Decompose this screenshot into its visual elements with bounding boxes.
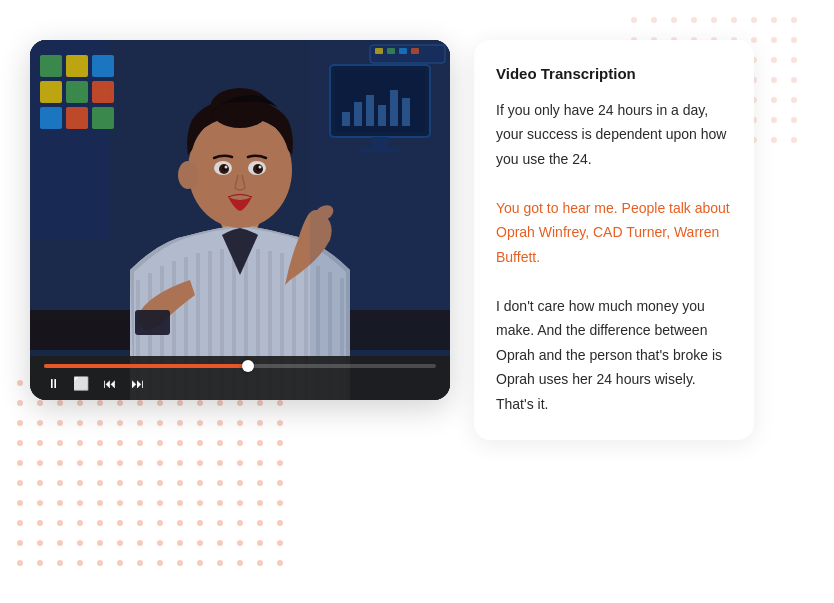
svg-point-97 <box>277 500 283 506</box>
transcription-text-1: If you only have 24 hours in a day, your… <box>496 98 732 172</box>
svg-point-88 <box>97 500 103 506</box>
svg-point-126 <box>17 560 23 566</box>
svg-point-86 <box>57 500 63 506</box>
progress-handle[interactable] <box>242 360 254 372</box>
pause-button[interactable]: ⏸ <box>44 374 62 392</box>
svg-point-87 <box>77 500 83 506</box>
svg-point-119 <box>157 540 163 546</box>
svg-point-96 <box>257 500 263 506</box>
svg-point-83 <box>277 480 283 486</box>
transcription-text-highlighted: You got to hear me. People talk about Op… <box>496 196 732 270</box>
svg-point-107 <box>197 520 203 526</box>
svg-point-72 <box>57 480 63 486</box>
transcription-text-2: I don't care how much money you make. An… <box>496 294 732 417</box>
svg-point-112 <box>17 540 23 546</box>
svg-point-101 <box>77 520 83 526</box>
progress-fill <box>44 364 248 368</box>
svg-point-131 <box>117 560 123 566</box>
transcription-body: If you only have 24 hours in a day, your… <box>496 98 732 417</box>
svg-point-121 <box>197 540 203 546</box>
svg-point-102 <box>97 520 103 526</box>
svg-point-130 <box>97 560 103 566</box>
svg-point-134 <box>177 560 183 566</box>
svg-point-71 <box>37 480 43 486</box>
video-controls-bar: ⏸ ⬜ ⏮ ⏭ <box>30 356 450 400</box>
svg-point-73 <box>77 480 83 486</box>
svg-point-106 <box>177 520 183 526</box>
svg-rect-265 <box>310 40 450 400</box>
svg-point-122 <box>217 540 223 546</box>
svg-point-109 <box>237 520 243 526</box>
svg-point-104 <box>137 520 143 526</box>
svg-point-90 <box>137 500 143 506</box>
svg-point-108 <box>217 520 223 526</box>
svg-point-70 <box>17 480 23 486</box>
svg-point-135 <box>197 560 203 566</box>
svg-point-111 <box>277 520 283 526</box>
main-container: ⏸ ⬜ ⏮ ⏭ Video Transcription If you only … <box>0 0 834 480</box>
svg-point-127 <box>37 560 43 566</box>
next-button[interactable]: ⏭ <box>128 374 146 392</box>
svg-point-99 <box>37 520 43 526</box>
svg-point-103 <box>117 520 123 526</box>
svg-point-124 <box>257 540 263 546</box>
svg-point-75 <box>117 480 123 486</box>
controls-row: ⏸ ⬜ ⏮ ⏭ <box>44 374 436 392</box>
svg-point-125 <box>277 540 283 546</box>
svg-point-91 <box>157 500 163 506</box>
svg-point-117 <box>117 540 123 546</box>
svg-point-82 <box>257 480 263 486</box>
svg-point-120 <box>177 540 183 546</box>
svg-point-77 <box>157 480 163 486</box>
svg-point-94 <box>217 500 223 506</box>
video-thumbnail <box>30 40 450 400</box>
svg-point-95 <box>237 500 243 506</box>
svg-point-128 <box>57 560 63 566</box>
svg-point-79 <box>197 480 203 486</box>
svg-point-139 <box>277 560 283 566</box>
video-scene-svg <box>30 40 450 400</box>
svg-point-76 <box>137 480 143 486</box>
svg-point-123 <box>237 540 243 546</box>
video-player: ⏸ ⬜ ⏮ ⏭ <box>30 40 450 400</box>
svg-point-113 <box>37 540 43 546</box>
svg-point-115 <box>77 540 83 546</box>
svg-point-78 <box>177 480 183 486</box>
svg-point-132 <box>137 560 143 566</box>
svg-point-118 <box>137 540 143 546</box>
svg-point-105 <box>157 520 163 526</box>
svg-point-89 <box>117 500 123 506</box>
svg-point-110 <box>257 520 263 526</box>
svg-point-133 <box>157 560 163 566</box>
svg-point-100 <box>57 520 63 526</box>
svg-point-93 <box>197 500 203 506</box>
stop-button[interactable]: ⬜ <box>72 374 90 392</box>
svg-point-98 <box>17 520 23 526</box>
prev-button[interactable]: ⏮ <box>100 374 118 392</box>
svg-point-81 <box>237 480 243 486</box>
svg-point-74 <box>97 480 103 486</box>
svg-point-137 <box>237 560 243 566</box>
svg-point-114 <box>57 540 63 546</box>
svg-point-80 <box>217 480 223 486</box>
svg-point-129 <box>77 560 83 566</box>
svg-point-138 <box>257 560 263 566</box>
transcription-title: Video Transcription <box>496 64 732 84</box>
svg-point-116 <box>97 540 103 546</box>
svg-point-84 <box>17 500 23 506</box>
svg-point-85 <box>37 500 43 506</box>
progress-bar[interactable] <box>44 364 436 368</box>
transcription-card: Video Transcription If you only have 24 … <box>474 40 754 440</box>
svg-point-92 <box>177 500 183 506</box>
svg-point-136 <box>217 560 223 566</box>
